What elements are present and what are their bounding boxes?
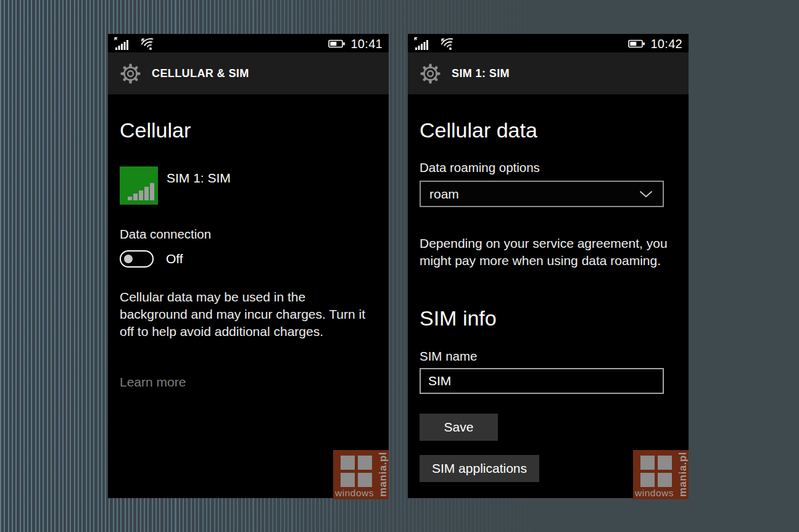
settings-page-body: Cellular data Data roaming options roam … bbox=[408, 94, 689, 499]
signal-icon bbox=[114, 37, 130, 51]
clock: 10:42 bbox=[650, 37, 682, 51]
watermark-brand-text: windows bbox=[635, 488, 674, 499]
gear-icon bbox=[119, 62, 142, 85]
wifi-icon bbox=[136, 37, 154, 51]
sim-name-label: SIM name bbox=[420, 349, 677, 364]
page-heading: Cellular bbox=[120, 94, 377, 142]
striped-desktop-background: 10:41 CELLULAR & SIM bbox=[0, 0, 799, 532]
toggle-state-label: Off bbox=[166, 252, 183, 266]
app-header: SIM 1: SIM bbox=[408, 52, 689, 94]
data-connection-toggle[interactable] bbox=[120, 250, 154, 268]
battery-icon bbox=[328, 39, 346, 49]
left-phone-screenshot: 10:41 CELLULAR & SIM bbox=[108, 34, 389, 498]
chevron-down-icon bbox=[639, 190, 653, 198]
toggle-knob bbox=[124, 255, 133, 263]
sim-tile-label: SIM 1: SIM bbox=[167, 171, 231, 205]
learn-more-link[interactable]: Learn more bbox=[120, 375, 186, 390]
right-phone-screenshot: 10:42 SIM 1: SIM bbox=[408, 34, 689, 498]
app-header: CELLULAR & SIM bbox=[108, 52, 389, 94]
data-connection-toggle-row: Off bbox=[120, 250, 377, 268]
roaming-note: Depending on your service agreement, you… bbox=[420, 235, 677, 269]
battery-icon bbox=[628, 39, 645, 49]
data-roaming-label: Data roaming options bbox=[420, 160, 677, 175]
sim-name-input[interactable] bbox=[420, 368, 664, 394]
windows-logo-icon bbox=[341, 456, 372, 487]
data-roaming-dropdown[interactable]: roam bbox=[420, 181, 664, 207]
status-bar: 10:41 bbox=[108, 34, 389, 52]
sim-info-heading: SIM info bbox=[420, 269, 677, 330]
watermark-vertical-text: mania.pl bbox=[377, 450, 389, 499]
sim-applications-button[interactable]: SIM applications bbox=[420, 455, 539, 482]
windowsmania-watermark: windows mania.pl bbox=[633, 450, 689, 499]
data-roaming-selected-value: roam bbox=[429, 187, 459, 202]
signal-icon bbox=[414, 37, 430, 51]
app-header-title: SIM 1: SIM bbox=[452, 67, 510, 80]
page-heading: Cellular data bbox=[420, 94, 677, 142]
app-header-title: CELLULAR & SIM bbox=[152, 67, 249, 80]
windows-logo-icon bbox=[640, 456, 672, 487]
save-button[interactable]: Save bbox=[420, 414, 498, 441]
gear-icon bbox=[419, 62, 442, 85]
data-connection-label: Data connection bbox=[120, 227, 377, 242]
watermark-brand-text: windows bbox=[335, 488, 374, 499]
settings-page-body: Cellular SIM 1: SIM Data connection Off bbox=[108, 94, 389, 499]
signal-bars-tile-icon bbox=[120, 166, 158, 205]
status-bar: 10:42 bbox=[408, 34, 689, 52]
sim-tile-row[interactable]: SIM 1: SIM bbox=[120, 166, 377, 205]
cellular-data-description: Cellular data may be used in the backgro… bbox=[120, 289, 377, 340]
clock: 10:41 bbox=[350, 37, 383, 51]
windowsmania-watermark: windows mania.pl bbox=[333, 450, 389, 499]
wifi-icon bbox=[436, 37, 453, 51]
watermark-vertical-text: mania.pl bbox=[677, 450, 689, 499]
